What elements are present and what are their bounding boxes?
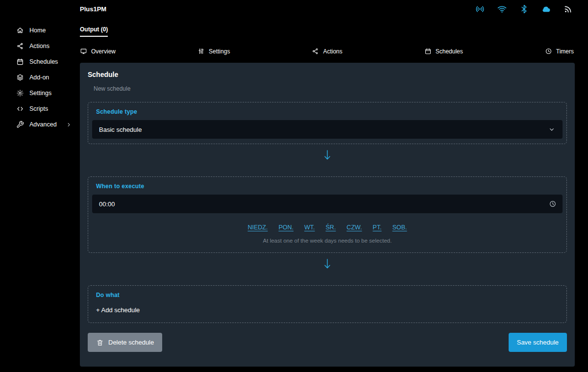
bluetooth-icon[interactable] bbox=[519, 4, 529, 14]
broadcast-icon[interactable] bbox=[475, 4, 485, 14]
sidebar: Home Actions Schedules Add-on Settings bbox=[0, 0, 80, 372]
actions-icon bbox=[312, 48, 319, 55]
delete-schedule-label: Delete schedule bbox=[108, 339, 154, 346]
tab-label: Settings bbox=[209, 48, 230, 55]
sidebar-item-settings[interactable]: Settings bbox=[0, 85, 80, 101]
topbar: Plus1PM bbox=[80, 0, 588, 18]
channel-tabs: Output (0) bbox=[80, 25, 575, 37]
weekday-selector: NIEDZ. PON. WT. ŚR. CZW. PT. SOB. bbox=[92, 224, 563, 231]
calendar-icon bbox=[16, 58, 24, 66]
trash-icon bbox=[96, 339, 104, 347]
when-to-execute-label: When to execute bbox=[96, 183, 563, 190]
calendar-icon bbox=[424, 48, 432, 55]
tab-schedules[interactable]: Schedules bbox=[424, 48, 463, 55]
sidebar-item-add-on[interactable]: Add-on bbox=[0, 70, 80, 85]
clock-icon[interactable] bbox=[549, 200, 557, 208]
sidebar-item-advanced[interactable]: Advanced bbox=[0, 117, 80, 132]
sidebar-item-home[interactable]: Home bbox=[0, 23, 80, 38]
sidebar-item-actions[interactable]: Actions bbox=[0, 38, 80, 54]
tab-settings[interactable]: Settings bbox=[197, 48, 230, 55]
when-to-execute-section: When to execute NIEDZ. PON. WT. ŚR. CZW.… bbox=[88, 176, 567, 253]
wifi-icon[interactable] bbox=[497, 4, 507, 14]
sidebar-item-scripts[interactable]: Scripts bbox=[0, 101, 80, 117]
form-actions: Delete schedule Save schedule bbox=[88, 333, 567, 352]
tab-label: Overview bbox=[91, 48, 116, 55]
do-what-label: Do what bbox=[96, 292, 563, 298]
tab-label: Schedules bbox=[436, 48, 463, 55]
time-input-wrap bbox=[92, 195, 563, 213]
tab-actions[interactable]: Actions bbox=[312, 48, 342, 55]
tab-label: Actions bbox=[323, 48, 342, 55]
rss-icon[interactable] bbox=[563, 4, 573, 14]
app-root: Home Actions Schedules Add-on Settings bbox=[0, 0, 588, 372]
channel-tab-output-0[interactable]: Output (0) bbox=[80, 26, 108, 37]
schedule-panel: Schedule New schedule Schedule type Basi… bbox=[80, 63, 575, 367]
monitor-icon bbox=[80, 48, 87, 55]
section-tabs: Overview Settings Actions Schedules bbox=[80, 48, 575, 55]
cloud-icon[interactable] bbox=[541, 4, 551, 14]
flow-arrow-down-icon bbox=[88, 144, 567, 167]
save-schedule-button[interactable]: Save schedule bbox=[509, 333, 567, 352]
sidebar-item-label: Settings bbox=[29, 90, 51, 97]
device-title: Plus1PM bbox=[80, 5, 106, 13]
chevron-down-icon bbox=[548, 125, 556, 133]
flow-arrow-down-icon bbox=[88, 253, 567, 275]
sidebar-item-label: Home bbox=[29, 27, 46, 34]
panel-subtitle: New schedule bbox=[94, 85, 567, 92]
tab-timers[interactable]: Timers bbox=[545, 48, 574, 55]
weekday-sunday[interactable]: NIEDZ. bbox=[247, 224, 268, 231]
delete-schedule-button[interactable]: Delete schedule bbox=[88, 333, 162, 352]
tab-overview[interactable]: Overview bbox=[80, 48, 116, 55]
sidebar-item-label: Schedules bbox=[29, 58, 58, 65]
weekday-helper-text: At least one of the week days needs to b… bbox=[92, 238, 563, 244]
main-content: Output (0) Overview Settings Actions bbox=[80, 18, 588, 372]
sidebar-item-label: Advanced bbox=[29, 121, 57, 128]
sidebar-item-label: Add-on bbox=[29, 74, 49, 81]
sliders-icon bbox=[197, 48, 205, 55]
home-icon bbox=[16, 26, 24, 34]
weekday-monday[interactable]: PON. bbox=[278, 224, 294, 231]
schedule-type-selected-value: Basic schedule bbox=[99, 126, 142, 133]
weekday-wednesday[interactable]: ŚR. bbox=[326, 224, 336, 231]
weekday-friday[interactable]: PT. bbox=[373, 224, 382, 231]
schedule-type-select[interactable]: Basic schedule bbox=[92, 120, 563, 139]
code-icon bbox=[16, 105, 24, 113]
status-icons bbox=[475, 4, 573, 14]
sidebar-item-schedules[interactable]: Schedules bbox=[0, 54, 80, 70]
panel-title: Schedule bbox=[88, 71, 567, 78]
tab-label: Timers bbox=[556, 48, 574, 55]
schedule-type-section: Schedule type Basic schedule bbox=[88, 102, 567, 144]
gear-icon bbox=[16, 89, 24, 97]
sidebar-item-label: Scripts bbox=[29, 105, 48, 112]
time-input[interactable] bbox=[98, 200, 549, 208]
chevron-right-icon bbox=[66, 122, 72, 127]
clock-icon bbox=[545, 48, 552, 55]
do-what-section: Do what + Add schedule bbox=[88, 285, 567, 323]
actions-icon bbox=[16, 42, 24, 50]
layers-icon bbox=[16, 74, 24, 81]
wrench-icon bbox=[16, 121, 24, 128]
save-schedule-label: Save schedule bbox=[517, 339, 559, 346]
weekday-saturday[interactable]: SOB. bbox=[392, 224, 407, 231]
sidebar-item-label: Actions bbox=[29, 43, 49, 50]
weekday-thursday[interactable]: CZW. bbox=[346, 224, 362, 231]
weekday-tuesday[interactable]: WT. bbox=[304, 224, 315, 231]
add-schedule-button[interactable]: + Add schedule bbox=[96, 306, 563, 314]
schedule-type-label: Schedule type bbox=[96, 108, 563, 115]
